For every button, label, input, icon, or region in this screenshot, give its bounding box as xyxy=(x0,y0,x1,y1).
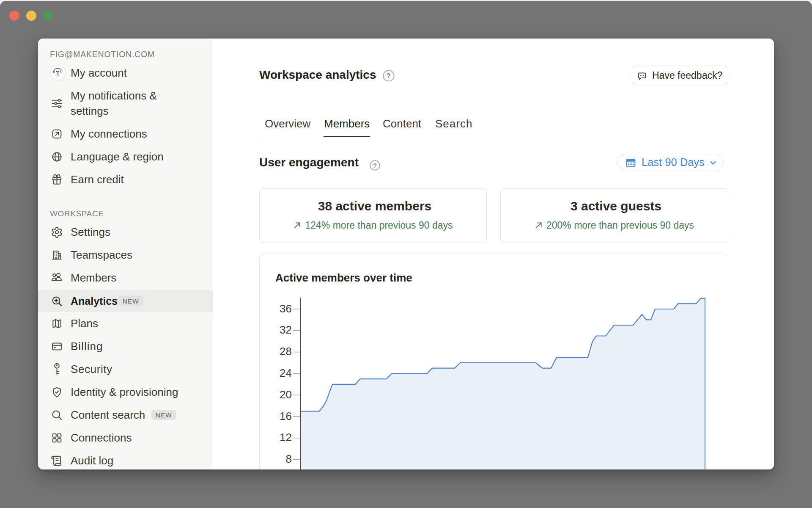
svg-text:?: ? xyxy=(387,72,391,80)
svg-text:16: 16 xyxy=(280,410,292,422)
svg-text:24: 24 xyxy=(280,367,292,379)
svg-text:36: 36 xyxy=(280,302,292,315)
svg-text:?: ? xyxy=(373,162,377,169)
svg-text:12: 12 xyxy=(280,431,292,444)
svg-text:8: 8 xyxy=(286,453,292,465)
svg-text:20: 20 xyxy=(280,388,292,401)
svg-text:32: 32 xyxy=(280,323,292,336)
svg-text:28: 28 xyxy=(280,345,292,358)
